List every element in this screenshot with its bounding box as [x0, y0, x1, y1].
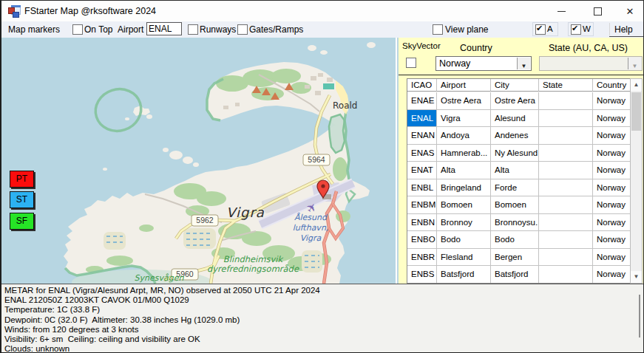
cell-state[interactable] — [539, 214, 593, 232]
scroll-up-icon[interactable]: ▲ — [631, 79, 642, 91]
col-country[interactable]: Country — [593, 79, 630, 92]
cell-state[interactable] — [539, 249, 593, 267]
a-checkbox[interactable] — [535, 24, 546, 35]
cell-state[interactable] — [539, 162, 593, 179]
cell-airport[interactable]: Flesland — [437, 249, 491, 267]
cell-country[interactable]: Norway — [593, 145, 630, 162]
titlebar[interactable]: FStarter Map @rksoftware 2024 ✕ — [1, 1, 643, 21]
on-top-label[interactable]: On Top — [84, 24, 112, 35]
map-view[interactable]: ✈ 5964 5962 5960 Roald Vigra Ålesund luf… — [1, 38, 396, 284]
gates-ramps-label[interactable]: Gates/Ramps — [249, 24, 303, 35]
cell-state[interactable] — [539, 92, 593, 110]
scroll-down-icon[interactable]: ▼ — [631, 271, 642, 283]
metar-panel[interactable]: METAR for ENAL (Vigra/Alesund Arpt, MR, … — [1, 284, 644, 353]
table-row[interactable]: ENAEOstre AeraOstre AeraNorway — [407, 92, 630, 110]
cell-country[interactable]: Norway — [593, 127, 630, 145]
country-dropdown-button[interactable]: ▼ — [517, 58, 530, 69]
cell-state[interactable] — [539, 231, 593, 249]
table-scrollbar[interactable]: ▲ ▼ — [630, 78, 643, 284]
gates-ramps-checkbox[interactable] — [237, 24, 248, 35]
cell-country[interactable]: Norway — [593, 110, 630, 128]
table-row[interactable]: ENBMBomoenBomoenNorway — [407, 196, 630, 214]
cell-state[interactable] — [539, 266, 593, 284]
st-marker-button[interactable]: ST — [10, 191, 34, 208]
cell-city[interactable]: Bronnoysu... — [491, 214, 539, 232]
cell-icao[interactable]: ENBL — [407, 179, 437, 197]
sf-marker-button[interactable]: SF — [10, 213, 34, 230]
cell-icao[interactable]: ENAS — [407, 145, 437, 162]
cell-icao[interactable]: ENBM — [407, 196, 437, 214]
cell-country[interactable]: Norway — [593, 214, 630, 232]
cell-icao[interactable]: ENAN — [407, 127, 437, 145]
cell-country[interactable]: Norway — [593, 162, 630, 179]
skyvector-checkbox[interactable] — [406, 58, 416, 68]
table-row[interactable]: ENBRFleslandBergenNorway — [407, 249, 630, 267]
cell-icao[interactable]: ENAL — [407, 110, 437, 128]
country-select[interactable]: Norway ▼ — [435, 56, 532, 71]
table-row[interactable]: ENANAndoyaAndenesNorway — [407, 127, 630, 145]
cell-state[interactable] — [539, 145, 593, 162]
cell-state[interactable] — [539, 179, 593, 197]
cell-city[interactable]: Andenes — [491, 127, 539, 145]
cell-country[interactable]: Norway — [593, 266, 630, 284]
view-plane-checkbox[interactable] — [433, 24, 443, 35]
view-plane-label[interactable]: View plane — [445, 24, 489, 35]
table-row[interactable]: ENBNBronnoyBronnoysu...Norway — [407, 214, 630, 232]
metar-scrollbar-thumb[interactable] — [639, 295, 640, 337]
pt-marker-button[interactable]: PT — [10, 171, 34, 188]
cell-airport[interactable]: Bodo — [437, 231, 491, 249]
cell-airport[interactable]: Bomoen — [437, 196, 491, 214]
cell-city[interactable]: Ostre Aera — [491, 92, 539, 110]
cell-country[interactable]: Norway — [593, 249, 630, 267]
airport-input[interactable] — [146, 22, 182, 35]
cell-city[interactable]: Bomoen — [491, 196, 539, 214]
cell-airport[interactable]: Bronnoy — [437, 214, 491, 232]
runways-checkbox[interactable] — [188, 24, 198, 35]
cell-airport[interactable]: Hamnerab... — [437, 145, 491, 162]
cell-icao[interactable]: ENBR — [407, 249, 437, 267]
cell-airport[interactable]: Alta — [437, 162, 491, 179]
on-top-checkbox[interactable] — [72, 24, 83, 35]
cell-city[interactable]: Bergen — [491, 249, 539, 267]
cell-country[interactable]: Norway — [593, 231, 630, 249]
col-airport[interactable]: Airport — [437, 79, 491, 92]
table-row[interactable]: ENALVigraAlesundNorway — [407, 110, 630, 128]
close-button[interactable]: ✕ — [614, 1, 644, 21]
cell-city[interactable]: Ny Alesund — [491, 145, 539, 162]
cell-city[interactable]: Alesund — [491, 110, 539, 128]
cell-city[interactable]: Batsfjord — [491, 266, 539, 284]
cell-airport[interactable]: Vigra — [437, 110, 491, 128]
cell-airport[interactable]: Batsfjord — [437, 266, 491, 284]
cell-icao[interactable]: ENBS — [407, 266, 437, 284]
help-button[interactable]: Help — [614, 24, 633, 35]
cell-city[interactable]: Bodo — [491, 231, 539, 249]
cell-country[interactable]: Norway — [593, 196, 630, 214]
scrollbar-thumb[interactable] — [631, 92, 641, 131]
cell-icao[interactable]: ENAT — [407, 162, 437, 179]
cell-state[interactable] — [539, 196, 593, 214]
col-state[interactable]: State — [539, 79, 593, 92]
maximize-button[interactable] — [581, 1, 614, 21]
cell-airport[interactable]: Bringeland — [437, 179, 491, 197]
cell-icao[interactable]: ENBO — [407, 231, 437, 249]
table-row[interactable]: ENASHamnerab...Ny AlesundNorway — [407, 145, 630, 162]
cell-state[interactable] — [539, 110, 593, 128]
airport-table[interactable]: ICAO Airport City State Country ENAEOstr… — [407, 78, 631, 284]
cell-icao[interactable]: ENBN — [407, 214, 437, 232]
cell-icao[interactable]: ENAE — [407, 92, 437, 110]
table-row[interactable]: ENATAltaAltaNorway — [407, 162, 630, 179]
runways-label[interactable]: Runways — [200, 24, 236, 35]
cell-city[interactable]: Alta — [491, 162, 539, 179]
cell-state[interactable] — [539, 127, 593, 145]
cell-country[interactable]: Norway — [593, 92, 630, 110]
cell-city[interactable]: Forde — [491, 179, 539, 197]
col-icao[interactable]: ICAO — [407, 79, 437, 92]
minimize-button[interactable] — [545, 1, 577, 21]
cell-country[interactable]: Norway — [593, 179, 630, 197]
table-row[interactable]: ENBSBatsfjordBatsfjordNorway — [407, 266, 630, 284]
cell-airport[interactable]: Andoya — [437, 127, 491, 145]
table-row[interactable]: ENBLBringelandFordeNorway — [407, 179, 630, 197]
cell-airport[interactable]: Ostre Aera — [437, 92, 491, 110]
w-checkbox[interactable] — [571, 24, 581, 35]
table-row[interactable]: ENBOBodoBodoNorway — [407, 231, 630, 249]
